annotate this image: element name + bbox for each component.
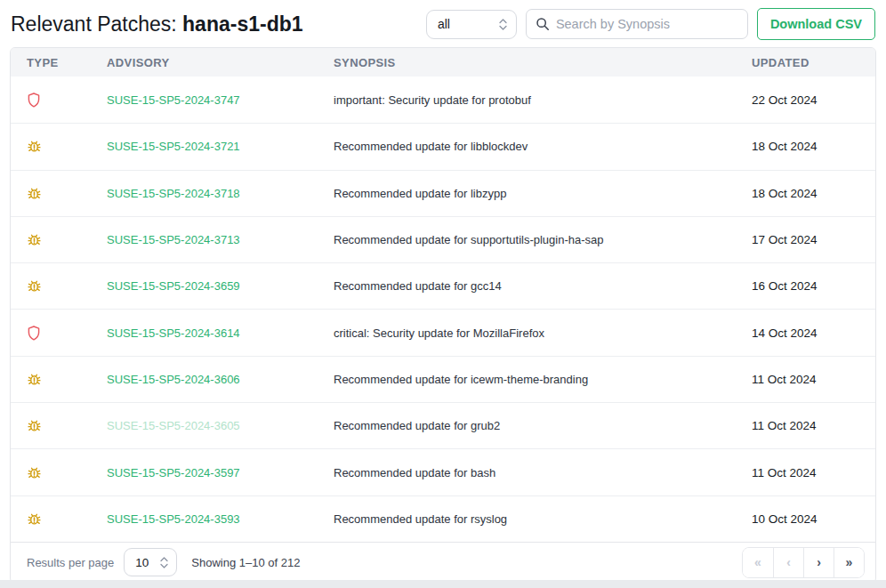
updated-date: 10 Oct 2024 bbox=[752, 512, 859, 526]
search-icon bbox=[536, 17, 550, 31]
column-header-updated: Updated bbox=[752, 56, 859, 69]
synopsis-text: Recommended update for gcc14 bbox=[334, 279, 752, 293]
bugfix-bug-icon bbox=[27, 139, 42, 154]
table-row: SUSE-15-SP5-2024-3747 important: Securit… bbox=[11, 77, 875, 123]
chevron-up-down-icon bbox=[160, 557, 168, 568]
synopsis-text: Recommended update for libblockdev bbox=[334, 140, 752, 153]
column-header-synopsis: Synopsis bbox=[334, 56, 752, 69]
patches-table: Type Advisory Synopsis Updated bbox=[10, 47, 876, 580]
patch-type-cell bbox=[27, 139, 107, 154]
pagination-next-button[interactable]: › bbox=[803, 548, 834, 577]
pagination: « ‹ › » bbox=[742, 547, 865, 578]
system-name: hana-s1-db1 bbox=[182, 12, 302, 36]
synopsis-text: Recommended update for bash bbox=[334, 466, 752, 479]
type-filter-value: all bbox=[438, 17, 450, 31]
results-per-page-label: Results per page bbox=[27, 556, 114, 569]
table-row: SUSE-15-SP5-2024-3718 Recommended update… bbox=[11, 170, 875, 216]
synopsis-text: Recommended update for rsyslog bbox=[334, 512, 752, 526]
table-row: SUSE-15-SP5-2024-3606 Recommended update… bbox=[11, 356, 875, 402]
advisory-link[interactable]: SUSE-15-SP5-2024-3597 bbox=[107, 466, 240, 479]
synopsis-text: Recommended update for libzypp bbox=[334, 187, 752, 200]
patch-type-cell bbox=[27, 92, 107, 109]
advisory-link[interactable]: SUSE-15-SP5-2024-3605 bbox=[107, 419, 240, 432]
pagination-prev-button[interactable]: ‹ bbox=[773, 548, 803, 577]
advisory-link[interactable]: SUSE-15-SP5-2024-3614 bbox=[107, 326, 240, 340]
chevron-up-down-icon bbox=[499, 19, 507, 30]
patch-type-cell bbox=[27, 372, 107, 387]
updated-date: 11 Oct 2024 bbox=[752, 373, 859, 386]
patch-type-cell bbox=[27, 511, 107, 527]
synopsis-text: critical: Security update for MozillaFir… bbox=[334, 326, 752, 340]
bugfix-bug-icon bbox=[27, 511, 42, 527]
table-body: SUSE-15-SP5-2024-3747 important: Securit… bbox=[11, 77, 875, 542]
advisory-link[interactable]: SUSE-15-SP5-2024-3721 bbox=[107, 140, 240, 153]
column-header-advisory: Advisory bbox=[107, 56, 334, 69]
relevant-patches-page: Relevant Patches: hana-s1-db1 all Downlo… bbox=[0, 0, 886, 580]
pagination-last-button[interactable]: » bbox=[834, 548, 864, 577]
patch-type-cell bbox=[27, 232, 107, 247]
table-row: SUSE-15-SP5-2024-3659 Recommended update… bbox=[11, 262, 875, 309]
table-footer: Results per page 10 Showing 1–10 of 212 … bbox=[11, 542, 875, 580]
advisory-link[interactable]: SUSE-15-SP5-2024-3606 bbox=[107, 373, 240, 386]
page-title: Relevant Patches: hana-s1-db1 bbox=[11, 12, 303, 36]
synopsis-text: important: Security update for protobuf bbox=[334, 93, 752, 107]
table-row: SUSE-15-SP5-2024-3721 Recommended update… bbox=[11, 123, 875, 169]
bugfix-bug-icon bbox=[27, 418, 42, 433]
updated-date: 16 Oct 2024 bbox=[752, 279, 859, 293]
synopsis-search-input[interactable] bbox=[556, 17, 738, 31]
bugfix-bug-icon bbox=[27, 372, 42, 387]
patch-type-cell bbox=[27, 325, 107, 342]
table-row: SUSE-15-SP5-2024-3597 Recommended update… bbox=[11, 448, 875, 495]
updated-date: 18 Oct 2024 bbox=[752, 187, 859, 200]
bugfix-bug-icon bbox=[27, 278, 42, 294]
table-row: SUSE-15-SP5-2024-3593 Recommended update… bbox=[11, 495, 875, 542]
download-csv-button[interactable]: Download CSV bbox=[757, 8, 875, 40]
security-shield-icon bbox=[27, 92, 41, 109]
column-header-type: Type bbox=[27, 56, 107, 69]
bugfix-bug-icon bbox=[27, 232, 42, 247]
table-header-row: Type Advisory Synopsis Updated bbox=[11, 48, 875, 77]
results-per-page-value: 10 bbox=[135, 556, 149, 569]
bugfix-bug-icon bbox=[27, 465, 42, 480]
advisory-link[interactable]: SUSE-15-SP5-2024-3659 bbox=[107, 279, 240, 293]
synopsis-text: Recommended update for supportutils-plug… bbox=[334, 233, 752, 246]
updated-date: 11 Oct 2024 bbox=[752, 466, 859, 479]
toolbar: Relevant Patches: hana-s1-db1 all Downlo… bbox=[0, 0, 886, 47]
updated-date: 11 Oct 2024 bbox=[752, 419, 859, 432]
updated-date: 14 Oct 2024 bbox=[752, 326, 859, 340]
pagination-first-button[interactable]: « bbox=[743, 548, 773, 577]
type-filter-select[interactable]: all bbox=[426, 10, 517, 39]
bugfix-bug-icon bbox=[27, 186, 42, 201]
synopsis-text: Recommended update for icewm-theme-brand… bbox=[334, 373, 752, 386]
synopsis-search-box bbox=[526, 9, 748, 39]
advisory-link[interactable]: SUSE-15-SP5-2024-3593 bbox=[107, 512, 240, 526]
table-row: SUSE-15-SP5-2024-3614 critical: Security… bbox=[11, 309, 875, 355]
patch-type-cell bbox=[27, 186, 107, 201]
table-row: SUSE-15-SP5-2024-3605 Recommended update… bbox=[11, 402, 875, 448]
patch-type-cell bbox=[27, 418, 107, 433]
synopsis-text: Recommended update for grub2 bbox=[334, 419, 752, 432]
page-title-prefix: Relevant Patches: bbox=[11, 12, 182, 36]
showing-range-text: Showing 1–10 of 212 bbox=[191, 556, 300, 569]
updated-date: 17 Oct 2024 bbox=[752, 233, 859, 246]
table-row: SUSE-15-SP5-2024-3713 Recommended update… bbox=[11, 216, 875, 262]
patch-type-cell bbox=[27, 278, 107, 294]
patch-type-cell bbox=[27, 465, 107, 480]
advisory-link[interactable]: SUSE-15-SP5-2024-3747 bbox=[107, 93, 240, 107]
updated-date: 18 Oct 2024 bbox=[752, 140, 859, 153]
advisory-link[interactable]: SUSE-15-SP5-2024-3713 bbox=[107, 233, 240, 246]
security-shield-icon bbox=[27, 325, 41, 342]
updated-date: 22 Oct 2024 bbox=[752, 93, 859, 107]
advisory-link[interactable]: SUSE-15-SP5-2024-3718 bbox=[107, 187, 240, 200]
results-per-page-select[interactable]: 10 bbox=[124, 548, 177, 576]
